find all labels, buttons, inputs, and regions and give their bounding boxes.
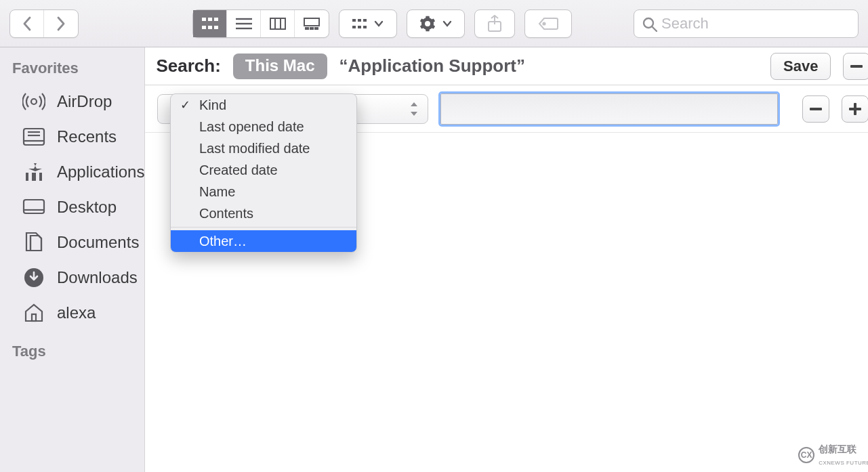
menu-item-kind[interactable]: Kind bbox=[171, 94, 356, 116]
grid-icon bbox=[202, 18, 218, 30]
updown-icon bbox=[410, 102, 418, 116]
search-input[interactable] bbox=[661, 15, 851, 33]
menu-item-last-modified[interactable]: Last modified date bbox=[171, 137, 356, 159]
scope-bar: Search: This Mac “Application Support” S… bbox=[145, 47, 868, 85]
tags-heading: Tags bbox=[0, 343, 144, 367]
list-view-button[interactable] bbox=[227, 10, 261, 37]
action-button-group bbox=[407, 9, 465, 38]
group-by-button-group bbox=[339, 9, 397, 38]
watermark-text: 创新互联 bbox=[819, 444, 856, 454]
plus-icon bbox=[849, 103, 861, 115]
remove-row-button[interactable] bbox=[802, 95, 829, 123]
home-icon bbox=[22, 301, 46, 325]
chevron-right-icon bbox=[56, 16, 66, 31]
scope-label: Search: bbox=[156, 56, 220, 77]
gallery-icon bbox=[304, 18, 320, 30]
minus-icon bbox=[810, 108, 822, 110]
gear-icon bbox=[419, 16, 436, 32]
group-by-button[interactable] bbox=[339, 10, 396, 37]
favorites-heading: Favorites bbox=[0, 60, 144, 84]
view-mode-buttons bbox=[192, 9, 329, 38]
tag-button[interactable] bbox=[525, 10, 571, 37]
search-field[interactable] bbox=[634, 9, 859, 38]
applications-icon bbox=[22, 160, 46, 184]
airdrop-icon bbox=[22, 89, 46, 114]
column-view-button[interactable] bbox=[261, 10, 295, 37]
menu-item-contents[interactable]: Contents bbox=[171, 202, 356, 224]
sidebar-item-desktop[interactable]: Desktop bbox=[0, 190, 144, 225]
add-row-button[interactable] bbox=[842, 95, 868, 123]
downloads-icon bbox=[22, 265, 46, 290]
sidebar: Favorites AirDrop Recents Applications D… bbox=[0, 47, 145, 472]
chevron-down-icon bbox=[442, 20, 452, 27]
scope-this-mac[interactable]: This Mac bbox=[233, 53, 327, 79]
list-icon bbox=[236, 18, 252, 30]
criteria-dropdown-menu: Kind Last opened date Last modified date… bbox=[170, 93, 357, 253]
svg-rect-1 bbox=[208, 18, 212, 21]
sidebar-item-downloads[interactable]: Downloads bbox=[0, 260, 144, 295]
svg-rect-13 bbox=[306, 28, 308, 29]
watermark: CX 创新互联 CXNEWS FUTURE bbox=[798, 444, 868, 467]
svg-rect-19 bbox=[352, 26, 356, 28]
svg-rect-27 bbox=[24, 129, 44, 145]
columns-icon bbox=[270, 18, 286, 30]
svg-rect-35 bbox=[850, 65, 863, 68]
tag-button-group bbox=[524, 9, 572, 38]
sidebar-item-applications[interactable]: Applications bbox=[0, 154, 144, 190]
svg-rect-3 bbox=[202, 26, 206, 29]
svg-rect-18 bbox=[363, 19, 367, 22]
forward-button[interactable] bbox=[44, 10, 78, 37]
svg-rect-38 bbox=[849, 108, 861, 110]
svg-point-24 bbox=[644, 18, 653, 28]
share-button[interactable] bbox=[475, 10, 514, 37]
sidebar-item-recents[interactable]: Recents bbox=[0, 119, 144, 154]
save-button[interactable]: Save bbox=[770, 53, 831, 80]
search-icon bbox=[642, 17, 657, 32]
gallery-view-button[interactable] bbox=[295, 10, 329, 37]
chevron-down-icon bbox=[374, 20, 384, 27]
sidebar-item-home[interactable]: alexa bbox=[0, 295, 144, 330]
sidebar-item-airdrop[interactable]: AirDrop bbox=[0, 84, 144, 119]
share-button-group bbox=[474, 9, 515, 38]
criteria-value-input[interactable] bbox=[440, 93, 778, 125]
chevron-left-icon bbox=[22, 16, 32, 31]
svg-point-23 bbox=[543, 22, 545, 24]
menu-separator bbox=[171, 227, 356, 228]
sidebar-item-label: Recents bbox=[57, 127, 117, 146]
svg-rect-20 bbox=[358, 26, 361, 28]
action-button[interactable] bbox=[407, 10, 464, 37]
back-button[interactable] bbox=[10, 10, 44, 37]
icon-view-button[interactable] bbox=[193, 10, 227, 37]
svg-rect-21 bbox=[363, 26, 367, 28]
menu-item-name[interactable]: Name bbox=[171, 181, 356, 202]
minus-icon bbox=[850, 65, 863, 68]
svg-rect-4 bbox=[208, 26, 212, 29]
svg-rect-12 bbox=[304, 18, 319, 26]
sidebar-item-label: Applications bbox=[57, 163, 144, 181]
svg-point-26 bbox=[31, 99, 37, 104]
desktop-icon bbox=[22, 195, 46, 219]
svg-rect-34 bbox=[32, 314, 36, 321]
sidebar-item-label: alexa bbox=[57, 303, 96, 322]
grid-small-icon bbox=[352, 19, 367, 28]
menu-item-other[interactable]: Other… bbox=[171, 230, 356, 252]
sidebar-item-label: Desktop bbox=[57, 198, 117, 217]
share-icon bbox=[487, 15, 502, 33]
sidebar-item-label: Documents bbox=[57, 233, 139, 252]
menu-item-created[interactable]: Created date bbox=[171, 159, 356, 181]
body: Favorites AirDrop Recents Applications D… bbox=[0, 47, 868, 472]
svg-rect-15 bbox=[315, 28, 318, 29]
svg-rect-31 bbox=[24, 200, 44, 213]
menu-item-last-opened[interactable]: Last opened date bbox=[171, 116, 356, 137]
svg-rect-14 bbox=[310, 28, 313, 29]
svg-line-25 bbox=[653, 27, 657, 31]
remove-criteria-button[interactable] bbox=[843, 53, 868, 80]
svg-rect-36 bbox=[810, 108, 822, 110]
scope-folder[interactable]: “Application Support” bbox=[339, 56, 525, 77]
svg-rect-17 bbox=[358, 19, 361, 22]
toolbar bbox=[0, 0, 868, 47]
svg-rect-0 bbox=[202, 18, 206, 21]
watermark-logo: CX bbox=[798, 447, 814, 463]
watermark-sub: CXNEWS FUTURE bbox=[819, 460, 868, 466]
sidebar-item-documents[interactable]: Documents bbox=[0, 225, 144, 260]
